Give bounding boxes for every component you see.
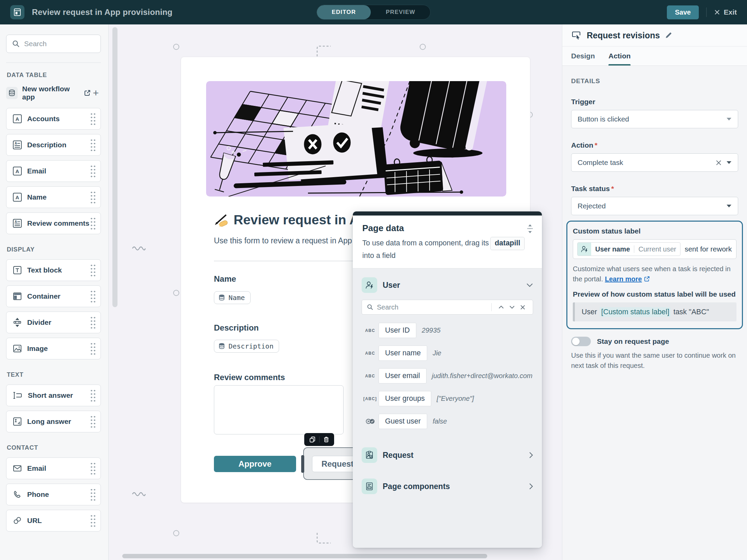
- drag-handle[interactable]: [90, 112, 96, 126]
- drag-handle[interactable]: [90, 461, 96, 475]
- sidebar-item-name-field[interactable]: A Name: [6, 186, 101, 208]
- drag-handle[interactable]: [90, 138, 96, 152]
- canvas-horizontal-scrollbar[interactable]: [122, 554, 487, 558]
- divider-icon: [13, 318, 22, 327]
- sidebar-item-email-contact[interactable]: Email: [6, 458, 101, 479]
- tab-design[interactable]: Design: [571, 46, 595, 66]
- user-groups-datapill[interactable]: User groups: [379, 391, 431, 406]
- drag-handle[interactable]: [90, 388, 96, 403]
- canvas-handle: [420, 44, 426, 50]
- custom-status-label-section: Custom status label User name Current us…: [566, 221, 743, 329]
- drag-handle[interactable]: [90, 414, 96, 429]
- app-icon: [10, 5, 24, 19]
- data-table-name: New workflow app: [22, 85, 81, 101]
- drag-handle[interactable]: [90, 164, 96, 178]
- exit-button[interactable]: Exit: [714, 8, 737, 16]
- popup-search[interactable]: [362, 300, 533, 315]
- search-input[interactable]: [24, 40, 95, 48]
- action-select[interactable]: Complete task: [571, 153, 738, 172]
- field-text-icon: A: [13, 192, 22, 202]
- trigger-label: Trigger: [571, 98, 738, 106]
- short-answer-icon: [13, 391, 23, 400]
- copy-icon[interactable]: [309, 436, 316, 443]
- chevron-down-icon[interactable]: [507, 305, 517, 309]
- user-section-row[interactable]: User: [362, 277, 533, 293]
- drag-handle[interactable]: [90, 487, 96, 502]
- user-name-datapill[interactable]: User name: [379, 346, 427, 361]
- sidebar-item-text-block[interactable]: Text block: [6, 259, 101, 281]
- custom-status-token: [Custom status label]: [600, 307, 671, 317]
- required-indicator: *: [595, 141, 597, 149]
- toggle-label: Stay on request page: [597, 337, 669, 346]
- user-name-datapill[interactable]: User name Current user: [577, 242, 680, 256]
- trash-icon[interactable]: [323, 436, 330, 443]
- popup-description: To use data from a component, drag itsda…: [362, 237, 528, 261]
- sidebar-item-short-answer[interactable]: Short answer: [6, 385, 101, 406]
- guest-user-datapill[interactable]: Guest user: [379, 414, 427, 429]
- tab-action[interactable]: Action: [608, 46, 631, 66]
- description-datapill[interactable]: Description: [214, 340, 279, 353]
- database-icon: [6, 87, 18, 99]
- selection-drag-handle[interactable]: [301, 455, 304, 473]
- sidebar-item-email-field[interactable]: A Email: [6, 160, 101, 182]
- task-status-select[interactable]: Rejected: [571, 197, 738, 215]
- drag-handle[interactable]: [90, 263, 96, 277]
- section-header-display: DISPLAY: [7, 246, 101, 253]
- tab-editor[interactable]: EDITOR: [317, 5, 371, 19]
- caret-down-icon: [726, 204, 732, 208]
- sidebar-search[interactable]: [6, 35, 101, 53]
- type-string-icon: ABC: [362, 328, 379, 333]
- drag-handle[interactable]: [90, 190, 96, 204]
- name-datapill[interactable]: Name: [214, 291, 251, 304]
- save-button[interactable]: Save: [667, 5, 699, 19]
- datapill-row: ABC User name Jie: [362, 346, 533, 361]
- sidebar-item-divider[interactable]: Divider: [6, 312, 101, 333]
- drag-handle[interactable]: [90, 341, 96, 356]
- drag-vertical-icon[interactable]: [527, 224, 533, 233]
- canvas-handle: [173, 290, 179, 296]
- drag-handle[interactable]: [90, 216, 96, 230]
- canvas-vertical-scrollbar[interactable]: [112, 27, 117, 307]
- datapill-value: 29935: [422, 326, 441, 334]
- name-field-label: Name: [214, 274, 236, 284]
- custom-status-label: Custom status label: [573, 227, 736, 235]
- user-email-datapill[interactable]: User email: [379, 368, 426, 384]
- popup-drag-bar[interactable]: [353, 211, 542, 216]
- section-header-text: TEXT: [7, 371, 101, 378]
- data-table-link[interactable]: New workflow app +: [6, 85, 101, 101]
- custom-status-input[interactable]: User name Current user sent for rework: [573, 239, 736, 259]
- sidebar-item-url[interactable]: URL: [6, 510, 101, 531]
- add-field-button[interactable]: +: [91, 88, 101, 98]
- sidebar-item-container[interactable]: Container: [6, 285, 101, 307]
- sidebar-item-long-answer[interactable]: Long answer: [6, 411, 101, 432]
- edit-icon[interactable]: [664, 31, 673, 39]
- clear-icon[interactable]: [711, 160, 726, 166]
- sidebar-item-description[interactable]: A Description: [6, 134, 101, 156]
- sidebar-item-phone[interactable]: Phone: [6, 484, 101, 505]
- sidebar-item-image[interactable]: Image: [6, 338, 101, 359]
- request-section-row[interactable]: Request: [362, 447, 533, 463]
- preview-label: Preview of how custom status label will …: [573, 290, 736, 298]
- user-id-datapill[interactable]: User ID: [379, 323, 416, 338]
- properties-panel: Request revisions Design Action DETAILS …: [562, 24, 747, 560]
- toggle-helper: Use this if you want the same user to co…: [571, 350, 743, 371]
- sidebar-item-review-comments[interactable]: A Review comments: [6, 212, 101, 234]
- approve-button[interactable]: Approve: [214, 456, 296, 472]
- drag-handle[interactable]: [90, 289, 96, 303]
- drag-handle[interactable]: [90, 315, 96, 330]
- header-illustration: [206, 81, 506, 197]
- external-link-icon: [644, 276, 650, 282]
- tab-preview[interactable]: PREVIEW: [371, 5, 430, 19]
- popup-search-input[interactable]: [377, 303, 491, 311]
- review-comments-textarea[interactable]: [214, 385, 344, 434]
- chevron-up-icon[interactable]: [496, 305, 507, 309]
- sidebar-item-accounts[interactable]: A Accounts: [6, 108, 101, 130]
- phone-icon: [13, 490, 22, 499]
- learn-more-link[interactable]: Learn more: [605, 275, 642, 283]
- close-icon[interactable]: [517, 305, 528, 310]
- stay-on-request-page-toggle[interactable]: [571, 337, 591, 346]
- container-icon: [13, 292, 22, 301]
- drag-handle[interactable]: [90, 514, 96, 528]
- trigger-select[interactable]: Button is clicked: [571, 110, 738, 128]
- page-components-section-row[interactable]: Page components: [362, 479, 533, 494]
